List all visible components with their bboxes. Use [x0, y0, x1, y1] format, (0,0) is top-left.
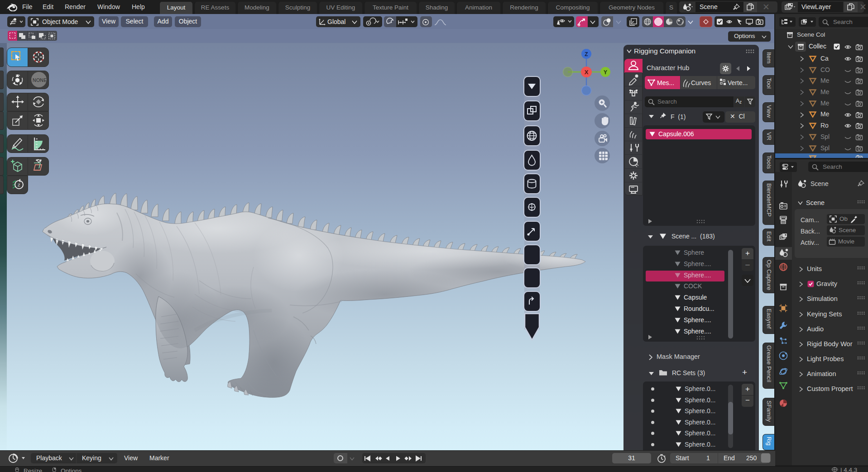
svg-text:Z: Z [585, 51, 588, 57]
svg-text:X: X [585, 69, 589, 76]
svg-text:Y: Y [604, 69, 607, 76]
